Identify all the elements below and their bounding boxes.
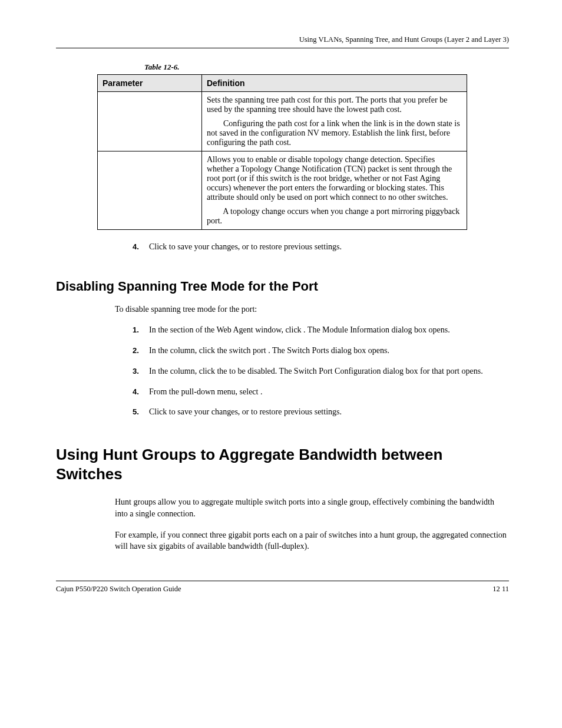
step-list: In the section of the Web Agent window, … [133, 325, 509, 418]
section-heading-disabling: Disabling Spanning Tree Mode for the Por… [56, 279, 509, 294]
col-parameter: Parameter [98, 75, 202, 92]
parameter-table: Parameter Definition Sets the spanning t… [97, 74, 467, 230]
definition-text: Allows you to enable or disable topology… [207, 155, 462, 202]
list-item: In the column, click the switch port . T… [133, 345, 509, 357]
paragraph: For example, if you connect three gigabi… [115, 529, 509, 552]
list-item: Click to save your changes, or to restor… [133, 242, 509, 253]
footer-right: 12 11 [492, 585, 509, 594]
section-heading-hunt-groups: Using Hunt Groups to Aggregate Bandwidth… [56, 445, 509, 483]
table-row: Allows you to enable or disable topology… [98, 151, 467, 230]
intro-text: To disable spanning tree mode for the po… [115, 305, 509, 314]
step-4-continuation: Click to save your changes, or to restor… [133, 242, 509, 253]
note-text: A topology change occurs when you change… [207, 207, 462, 226]
list-item: Click to save your changes, or to restor… [133, 407, 509, 418]
list-item: From the pull-down menu, select . [133, 387, 509, 398]
paragraph: Hunt groups allow you to aggregate multi… [115, 496, 509, 519]
page-header: Using VLANs, Spanning Tree, and Hunt Gro… [56, 35, 509, 48]
list-item: In the column, click the to be disabled.… [133, 366, 509, 377]
page-footer: Cajun P550/P220 Switch Operation Guide 1… [56, 581, 509, 594]
note-text: Configuring the path cost for a link whe… [207, 119, 462, 147]
footer-left: Cajun P550/P220 Switch Operation Guide [56, 585, 181, 594]
table-row: Sets the spanning tree path cost for thi… [98, 92, 467, 151]
document-page: Using VLANs, Spanning Tree, and Hunt Gro… [0, 0, 562, 728]
table-caption: Table 12-6. [144, 62, 509, 72]
definition-text: Sets the spanning tree path cost for thi… [207, 95, 462, 114]
list-item: In the section of the Web Agent window, … [133, 325, 509, 336]
col-definition: Definition [202, 75, 467, 92]
